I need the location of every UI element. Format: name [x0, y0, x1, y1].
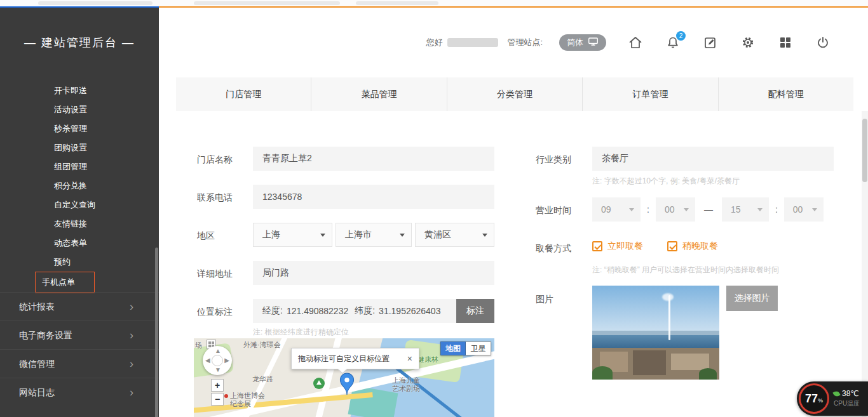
- phone-label: 联系电话: [197, 192, 233, 204]
- sidebar-item-group-buy[interactable]: 团购设置: [0, 138, 159, 157]
- checkbox-checked-icon: [592, 241, 602, 251]
- close-hour-select[interactable]: 15: [722, 197, 769, 222]
- browser-chrome-strip: [0, 0, 868, 6]
- open-minute-select[interactable]: 00: [656, 197, 695, 222]
- pan-up-arrow[interactable]: ▲: [215, 348, 221, 354]
- province-value: 上海: [262, 229, 280, 241]
- caret-down-icon: [400, 234, 405, 237]
- active-item-box: 手机点单: [35, 272, 95, 293]
- industry-note: 注: 字数不超过10个字, 例: 美食/粤菜/茶餐厅: [592, 176, 740, 187]
- chevron-right-icon: ›: [130, 378, 133, 407]
- district-value: 黄浦区: [424, 229, 451, 241]
- content-scrollbar[interactable]: [862, 111, 868, 417]
- sidebar-item-flash-sale[interactable]: 秒杀管理: [0, 119, 159, 138]
- section-label: 网站日志: [19, 387, 55, 397]
- map-pin-tooltip: 拖动标注可自定义目标位置 ×: [291, 348, 419, 369]
- tab-dish-management[interactable]: 菜品管理: [311, 77, 446, 111]
- pickup-method-label: 取餐方式: [536, 243, 571, 255]
- open-hour-value: 09: [601, 204, 611, 215]
- store-name-input[interactable]: [253, 147, 494, 171]
- cpu-monitor-widget[interactable]: 77 % 38℃ CPU温度: [797, 381, 868, 416]
- address-input[interactable]: [253, 261, 494, 285]
- sidebar-section-ecommerce[interactable]: 电子商务设置 ›: [0, 321, 159, 349]
- industry-input[interactable]: [592, 147, 834, 171]
- sidebar: — 建站管理后台 — 开卡即送 活动设置 秒杀管理 团购设置 组团管理 积分兑换…: [0, 6, 159, 417]
- zoom-in-button[interactable]: +: [211, 379, 224, 392]
- pan-down-arrow[interactable]: ▼: [215, 367, 221, 373]
- map-label-theater: 上海儿童艺术剧场: [392, 376, 420, 393]
- language-label: 简体: [567, 37, 583, 48]
- pan-right-arrow[interactable]: ▶: [224, 357, 229, 364]
- choose-image-button[interactable]: 选择图片: [726, 286, 778, 311]
- checkbox-later-pickup[interactable]: 稍晚取餐: [667, 241, 718, 252]
- sidebar-item-links[interactable]: 友情链接: [0, 215, 159, 234]
- main-content: 您好 管理站点: 简体 2: [159, 6, 868, 417]
- store-photo-thumbnail: [592, 286, 719, 380]
- pan-center[interactable]: [212, 355, 223, 366]
- sidebar-item-activity[interactable]: 活动设置: [0, 100, 159, 119]
- edit-icon[interactable]: [702, 34, 719, 51]
- apps-grid-icon[interactable]: [777, 34, 794, 51]
- map-type-map-button[interactable]: 地图: [440, 341, 466, 355]
- photo-fountain-plume: [662, 293, 674, 301]
- time-colon: :: [647, 204, 649, 215]
- sidebar-item-points[interactable]: 积分兑换: [0, 176, 159, 195]
- map-type-toggle: 地图 卫星: [440, 341, 491, 355]
- tab-ingredient-management[interactable]: 配料管理: [718, 77, 853, 111]
- map-label-bund: 外滩·湾璟会: [243, 341, 281, 349]
- sidebar-menu: 开卡即送 活动设置 秒杀管理 团购设置 组团管理 积分兑换 自定义查询 友情链接…: [0, 77, 159, 291]
- sidebar-item-team[interactable]: 组团管理: [0, 157, 159, 176]
- sidebar-item-reservation[interactable]: 预约: [0, 253, 159, 272]
- sidebar-scrollbar-thumb[interactable]: [155, 248, 158, 417]
- photo-building: [671, 354, 709, 371]
- map-widget[interactable]: 场 外滩·湾璟会 龙华路 健康林 上海儿童艺术剧场 上海世博会纪念展 ▲ ▼ ◀…: [194, 338, 494, 417]
- district-select[interactable]: 黄浦区: [415, 223, 494, 247]
- bell-icon[interactable]: 2: [665, 34, 681, 51]
- power-icon[interactable]: [815, 34, 831, 51]
- location-note: 注: 根据经纬度进行精确定位: [253, 327, 349, 338]
- industry-label: 行业类别: [536, 154, 571, 166]
- tab-order-management[interactable]: 订单管理: [582, 77, 717, 111]
- cpu-usage-gauge: 77 %: [799, 383, 829, 414]
- sidebar-section-statistics[interactable]: 统计报表 ›: [0, 292, 159, 321]
- tab-category-management[interactable]: 分类管理: [447, 77, 582, 111]
- sidebar-section-site-log[interactable]: 网站日志 ›: [0, 378, 159, 406]
- gear-icon[interactable]: [740, 34, 756, 51]
- image-label: 图片: [536, 294, 553, 305]
- tab-store-management[interactable]: 门店管理: [176, 77, 311, 111]
- store-name-label: 门店名称: [197, 154, 233, 166]
- content-scrollbar-thumb[interactable]: [862, 119, 867, 182]
- tooltip-text: 拖动标注可自定义目标位置: [298, 354, 390, 364]
- sidebar-item-custom-query[interactable]: 自定义查询: [0, 195, 159, 215]
- pan-left-arrow[interactable]: ◀: [205, 357, 210, 364]
- city-select[interactable]: 上海市: [336, 223, 412, 247]
- phone-input[interactable]: [253, 185, 494, 209]
- map-pin[interactable]: [339, 373, 355, 398]
- section-label: 统计报表: [19, 301, 55, 312]
- map-type-satellite-button[interactable]: 卫星: [466, 341, 491, 355]
- language-button[interactable]: 简体: [559, 34, 606, 51]
- checkbox-immediate-pickup[interactable]: 立即取餐: [592, 241, 643, 252]
- map-label-expo: 上海世博会纪念展: [224, 392, 265, 408]
- open-hour-select[interactable]: 09: [592, 197, 641, 222]
- browser-hint-bar: [194, 1, 340, 5]
- sidebar-item-dynamic-form[interactable]: 动态表单: [0, 234, 159, 253]
- map-pan-control[interactable]: ▲ ▼ ◀ ▶: [203, 346, 232, 375]
- close-icon[interactable]: ×: [407, 354, 412, 364]
- browser-hint-bar: [356, 1, 438, 5]
- mark-location-button[interactable]: 标注: [456, 299, 494, 323]
- home-icon[interactable]: [627, 34, 644, 51]
- sidebar-section-wechat[interactable]: 微信管理 ›: [0, 349, 159, 378]
- coordinates-box: 经度: 121.490882232 纬度: 31.1952626403 标注: [253, 299, 494, 323]
- sidebar-item-card-gift[interactable]: 开卡即送: [0, 81, 159, 100]
- close-minute-select[interactable]: 00: [784, 197, 824, 222]
- sidebar-item-mobile-order[interactable]: 手机点单: [0, 272, 159, 291]
- caret-down-icon: [812, 208, 817, 211]
- photo-tree: [592, 366, 613, 380]
- province-select[interactable]: 上海: [253, 223, 332, 247]
- map-label-park: 健康林: [417, 355, 438, 364]
- username-redacted: [447, 38, 498, 47]
- zoom-out-button[interactable]: −: [211, 393, 224, 406]
- sidebar-scrollbar[interactable]: [154, 84, 158, 417]
- close-hour-value: 15: [731, 204, 741, 215]
